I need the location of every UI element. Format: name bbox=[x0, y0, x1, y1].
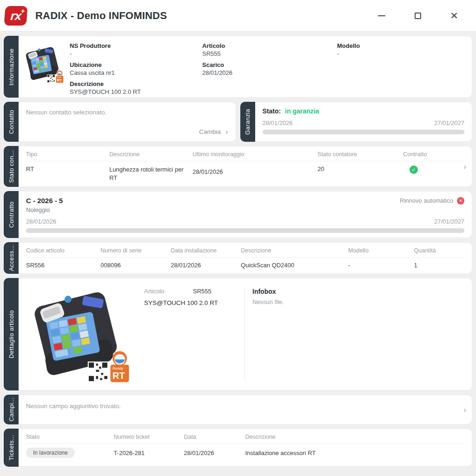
accessori-table-header: Codice articolo Numero di serie Data ins… bbox=[26, 247, 464, 258]
status-badge: In lavorazione bbox=[26, 448, 75, 458]
tab-campi[interactable]: Campi... bbox=[4, 395, 19, 424]
contratto-progress-bar bbox=[26, 228, 464, 233]
close-button[interactable]: ✕ bbox=[449, 11, 459, 21]
rinnovo-label: Rinnovo automatico bbox=[400, 197, 453, 204]
section-accessori: Access... Codice articolo Numero di seri… bbox=[4, 242, 472, 274]
field-modello: Modello - bbox=[337, 42, 465, 58]
maximize-button[interactable] bbox=[413, 11, 423, 21]
window-controls: ✕ bbox=[377, 11, 469, 21]
minimize-icon bbox=[378, 15, 385, 16]
contratto-date-end: 27/01/2027 bbox=[434, 218, 464, 225]
section-dettaglio-articolo: Dettaglio articolo Articolo SR555 SYS@TO… bbox=[4, 278, 472, 390]
cell-data: 28/01/2026 bbox=[184, 446, 245, 456]
pos-terminal-image bbox=[23, 42, 64, 86]
check-circle-icon: ✓ bbox=[410, 165, 418, 174]
dettaglio-descrizione: SYS@TOUCH 100 2.0 RT bbox=[144, 299, 245, 306]
product-image-large bbox=[26, 283, 142, 385]
field-descrizione: Descrizione SYS@TOUCH 100 2.0 RT bbox=[70, 80, 202, 96]
chevron-right-icon: › bbox=[225, 128, 228, 136]
tab-informazione[interactable]: Informazione bbox=[4, 36, 19, 98]
section-contatto: Contatto Nessun contatto selezionato. Ca… bbox=[4, 102, 236, 142]
cell-tipo: RT bbox=[26, 165, 109, 172]
chevron-right-icon[interactable]: › bbox=[463, 406, 466, 414]
tickets-table-header: Stato Numero ticket Data Descrizione bbox=[26, 434, 464, 444]
field-scarico: Scarico 28/01/2026 bbox=[202, 61, 337, 77]
cell-descrizione: Lunghezza rotoli termici per RT bbox=[109, 165, 191, 182]
contratto-date-start: 28/01/2026 bbox=[26, 218, 56, 225]
section-garanzia: Garanzia Stato: in garanzia 28/01/2026 2… bbox=[240, 102, 473, 142]
garanzia-status-value: in garanzia bbox=[285, 107, 319, 115]
tickets-table-row[interactable]: In lavorazione T-2026-281 28/01/2026 Ins… bbox=[26, 444, 464, 458]
garanzia-date-start: 28/01/2026 bbox=[263, 119, 293, 126]
app-logo: rx + bbox=[4, 6, 28, 26]
garanzia-status-label: Stato: bbox=[263, 107, 281, 115]
tab-dettaglio-articolo[interactable]: Dettaglio articolo bbox=[4, 278, 19, 390]
accessori-card: Codice articolo Numero di serie Data ins… bbox=[19, 242, 472, 274]
maximize-icon bbox=[415, 13, 421, 19]
informazione-card: NS Produttore - Ubicazione Cassa uscita … bbox=[19, 36, 472, 98]
contratto-type: Noleggio bbox=[26, 206, 464, 213]
tab-contratto[interactable]: Contratto bbox=[4, 191, 19, 238]
cambia-button[interactable]: Cambia › bbox=[199, 128, 228, 136]
contratto-card: C - 2026 - 5 Rinnovo automatico ✕ Nolegg… bbox=[19, 191, 472, 238]
product-thumbnail bbox=[23, 42, 64, 86]
main-content: Informazione NS Produttore - Ubicazione … bbox=[0, 32, 476, 467]
tab-accessori[interactable]: Access... bbox=[4, 242, 19, 274]
field-ubicazione: Ubicazione Cassa uscita nr1 bbox=[70, 61, 202, 77]
title-bar: rx + RADIX - Demo INFOMINDS ✕ bbox=[0, 0, 476, 32]
cell-codice: SR556 bbox=[26, 262, 100, 269]
cell-ultimo-monitoraggio: 28/01/2026 bbox=[192, 165, 317, 175]
contatto-card: Nessun contatto selezionato. Cambia › bbox=[19, 102, 236, 142]
cell-descrizione: QuickScan QD2400 bbox=[241, 262, 348, 269]
close-icon: ✕ bbox=[450, 11, 458, 20]
cell-descrizione: Installazione accessori RT bbox=[245, 446, 464, 456]
minimize-button[interactable] bbox=[377, 11, 387, 21]
window-title: RADIX - Demo INFOMINDS bbox=[35, 10, 167, 22]
cell-numero-serie: 008096 bbox=[100, 262, 171, 269]
pos-terminal-image bbox=[26, 283, 133, 386]
section-tickets: Tickets... Stato Numero ticket Data Desc… bbox=[4, 429, 472, 467]
campi-empty-text: Nessun campo aggiuntivo trovato. bbox=[26, 403, 464, 410]
tab-contatto[interactable]: Contatto bbox=[4, 102, 19, 142]
accessori-table-row[interactable]: SR556 008096 28/01/2026 QuickScan QD2400… bbox=[26, 258, 464, 269]
dettaglio-articolo-value: SR555 bbox=[193, 288, 212, 295]
stato-table-header: Tipo Descrizione Ultimo monitoraggio Sta… bbox=[26, 151, 464, 161]
field-ns-produttore: NS Produttore - bbox=[70, 42, 202, 58]
dettaglio-articolo-label: Articolo bbox=[144, 288, 193, 295]
tab-garanzia[interactable]: Garanzia bbox=[240, 102, 255, 142]
infobox-empty-text: Nessun file. bbox=[252, 298, 284, 305]
cell-stato-contatore: 20 bbox=[317, 165, 403, 172]
x-circle-icon: ✕ bbox=[457, 197, 464, 205]
cell-numero-ticket: T-2026-281 bbox=[114, 446, 184, 456]
app-logo-text: rx bbox=[10, 8, 22, 23]
app-logo-plus: + bbox=[20, 7, 25, 15]
stato-table-row[interactable]: RT Lunghezza rotoli termici per RT 28/01… bbox=[26, 161, 464, 182]
section-informazione: Informazione NS Produttore - Ubicazione … bbox=[4, 36, 472, 98]
section-contratto: Contratto C - 2026 - 5 Rinnovo automatic… bbox=[4, 191, 472, 238]
section-stato-contatori: Stato con... Tipo Descrizione Ultimo mon… bbox=[4, 146, 472, 187]
field-articolo: Articolo SR555 bbox=[202, 42, 337, 58]
contatto-empty-text: Nessun contatto selezionato. bbox=[26, 109, 228, 116]
tickets-card: Stato Numero ticket Data Descrizione In … bbox=[19, 429, 472, 467]
contratto-code: C - 2026 - 5 bbox=[26, 197, 63, 205]
garanzia-progress-bar bbox=[263, 130, 465, 134]
campi-card: Nessun campo aggiuntivo trovato. › bbox=[19, 395, 472, 424]
dettaglio-card: Articolo SR555 SYS@TOUCH 100 2.0 RT Info… bbox=[19, 278, 472, 390]
tab-stato-contatori[interactable]: Stato con... bbox=[4, 146, 19, 187]
cell-quantita: 1 bbox=[414, 262, 464, 269]
chevron-right-icon[interactable]: › bbox=[463, 163, 466, 171]
section-campi: Campi... Nessun campo aggiuntivo trovato… bbox=[4, 395, 472, 424]
cell-data-installazione: 28/01/2026 bbox=[171, 262, 241, 269]
cell-modello: - bbox=[348, 262, 414, 269]
tab-tickets[interactable]: Tickets... bbox=[4, 429, 19, 467]
infobox-title: Infobox bbox=[252, 288, 284, 295]
garanzia-card: Stato: in garanzia 28/01/2026 27/01/2027 bbox=[255, 102, 473, 142]
garanzia-date-end: 27/01/2027 bbox=[434, 119, 464, 126]
stato-contatori-card: Tipo Descrizione Ultimo monitoraggio Sta… bbox=[19, 146, 472, 187]
